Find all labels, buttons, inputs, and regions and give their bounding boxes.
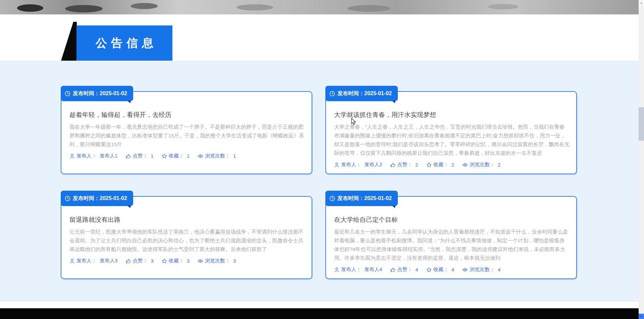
- likes-stat[interactable]: 点赞：2: [390, 162, 418, 168]
- publisher-value: 发布人2: [364, 162, 382, 168]
- user-icon: [334, 162, 339, 168]
- badge-fold: [127, 101, 130, 103]
- announcement-title[interactable]: 大学就该抓住青春，用汗水实现梦想: [334, 111, 568, 119]
- announcement-title[interactable]: 在大学给自己定个目标: [334, 215, 568, 224]
- views-value: 4: [498, 267, 500, 272]
- announcement-grid: 发布时间：2025-01-02 趁着年轻，输得起，看得开，去经历 我在大学一年级…: [61, 91, 577, 279]
- thumbs-up-icon: [390, 162, 395, 168]
- favorites-label: 收藏：: [433, 162, 448, 168]
- star-icon: [162, 153, 167, 159]
- scrollbar-down-button[interactable]: ∨: [639, 314, 644, 319]
- announcement-card[interactable]: 发布时间：2025-01-02 留退路就没有出路 公元前一世纪，凯撒大帝率领他的…: [61, 196, 312, 279]
- publish-time-badge: 发布时间：2025-01-02: [325, 191, 398, 206]
- eye-icon: [462, 267, 468, 272]
- publish-time-badge: 发布时间：2025-01-02: [325, 86, 398, 101]
- scroll-down-icon: ∨: [640, 315, 643, 318]
- publisher-label: 发布人：: [341, 162, 361, 168]
- star-icon: [162, 258, 167, 264]
- publish-time-label: 发布时间：2025-01-02: [337, 90, 392, 97]
- favorites-stat[interactable]: 收藏：4: [426, 266, 454, 273]
- likes-stat[interactable]: 点赞：4: [390, 266, 418, 273]
- views-label: 浏览次数：: [470, 266, 495, 273]
- views-stat: 浏览次数：1: [198, 153, 236, 159]
- publisher-stat: 发布人：发布人4: [334, 266, 382, 273]
- publisher-stat: 发布人：发布人3: [69, 258, 117, 264]
- views-stat: 浏览次数：2: [462, 162, 500, 168]
- likes-value: 4: [415, 267, 418, 272]
- announcement-title[interactable]: 趁着年轻，输得起，看得开，去经历: [69, 111, 304, 119]
- favorites-value: 2: [451, 162, 454, 168]
- views-stat: 浏览次数：4: [462, 266, 500, 273]
- user-icon: [334, 267, 339, 272]
- favorites-label: 收藏：: [169, 258, 184, 264]
- likes-stat[interactable]: 点赞：1: [125, 153, 153, 159]
- vertical-scrollbar[interactable]: ∧ ∨: [639, 0, 644, 319]
- views-label: 浏览次数：: [205, 153, 230, 159]
- user-icon: [69, 153, 75, 159]
- publisher-label: 发布人：: [341, 266, 361, 273]
- announcements-section: 发布时间：2025-01-02 趁着年轻，输得起，看得开，去经历 我在大学一年级…: [0, 61, 639, 302]
- announcement-body: 公元前一世纪，凯撒大帝率领他的军队抵达了英格兰，他决心要赢得这场战争，不管遇到什…: [69, 228, 305, 254]
- publish-time-badge: 发布时间：2025-01-02: [61, 86, 133, 101]
- publish-time-label: 发布时间：2025-01-02: [337, 195, 392, 202]
- favorites-stat[interactable]: 收藏：3: [162, 258, 190, 264]
- clock-icon: [329, 91, 335, 97]
- views-value: 1: [233, 153, 236, 159]
- publisher-label: 发布人：: [76, 153, 97, 159]
- badge-fold: [392, 206, 395, 208]
- badge-fold: [127, 206, 130, 208]
- announcement-title[interactable]: 留退路就没有出路: [69, 215, 304, 224]
- clock-icon: [65, 91, 70, 97]
- announcement-footer: 发布人：发布人2 点赞：2 收藏：2 浏览次数：2: [334, 162, 568, 168]
- likes-stat[interactable]: 点赞：3: [125, 258, 153, 264]
- publish-time-label: 发布时间：2025-01-02: [73, 195, 127, 202]
- publisher-value: 发布人3: [100, 258, 117, 264]
- bottom-black-bar: [0, 308, 639, 319]
- likes-value: 3: [151, 258, 153, 264]
- star-icon: [426, 267, 432, 272]
- announcement-footer: 发布人：发布人1 点赞：1 收藏：1 浏览次数：1: [69, 153, 304, 159]
- scrollbar-up-button[interactable]: ∧: [639, 0, 644, 6]
- announcement-body: 我在大学一年级那一年，毫无悬念地把自己吃成了一个胖子。不是那种巨大的胖子，而是介…: [69, 123, 305, 149]
- header-band: 公告信息: [0, 14, 639, 61]
- publisher-value: 发布人1: [100, 153, 117, 159]
- eye-icon: [462, 162, 468, 168]
- announcement-body: 大学之青春，“人生之春，人生之王，人生之华也，宝贵的时光我们理当去珍惜。然而，当…: [334, 123, 570, 157]
- announcement-card[interactable]: 发布时间：2025-01-02 大学就该抓住青春，用汗水实现梦想 大学之青春，“…: [325, 91, 577, 174]
- publisher-value: 发布人4: [364, 266, 382, 273]
- page-title: 公告信息: [92, 36, 157, 51]
- announcement-footer: 发布人：发布人3 点赞：3 收藏：3 浏览次数：3: [69, 258, 304, 264]
- user-icon: [69, 258, 75, 264]
- clock-icon: [65, 196, 70, 201]
- publish-time-badge: 发布时间：2025-01-02: [61, 191, 133, 206]
- likes-label: 点赞：: [132, 258, 148, 264]
- views-value: 2: [498, 162, 500, 168]
- announcement-card[interactable]: 发布时间：2025-01-02 趁着年轻，输得起，看得开，去经历 我在大学一年级…: [61, 91, 312, 174]
- favorites-value: 1: [187, 153, 190, 159]
- thumbs-up-icon: [390, 267, 395, 272]
- publish-time-label: 发布时间：2025-01-02: [73, 90, 127, 97]
- favorites-stat[interactable]: 收藏：2: [426, 162, 454, 168]
- eye-icon: [198, 153, 203, 159]
- publisher-stat: 发布人：发布人2: [334, 162, 382, 168]
- thumbs-up-icon: [125, 258, 131, 264]
- scrollbar-thumb[interactable]: [639, 107, 644, 141]
- favorites-label: 收藏：: [169, 153, 184, 159]
- likes-label: 点赞：: [397, 162, 412, 168]
- views-label: 浏览次数：: [470, 162, 495, 168]
- star-icon: [426, 162, 432, 168]
- announcement-footer: 发布人：发布人4 点赞：4 收藏：4 浏览次数：4: [334, 266, 568, 273]
- views-value: 3: [233, 258, 236, 264]
- likes-label: 点赞：: [397, 266, 412, 273]
- favorites-value: 3: [187, 258, 190, 264]
- publisher-label: 发布人：: [76, 258, 97, 264]
- section-header: 公告信息: [76, 25, 172, 61]
- banner-photo: [0, 0, 639, 14]
- announcement-body: 最近和几名大一的学生聊天，几名同学认为身边的人普遍都很迷茫，不知道该干什么，业余…: [334, 228, 570, 262]
- clock-icon: [329, 196, 335, 201]
- bottom-white-strip: [0, 302, 639, 308]
- favorites-stat[interactable]: 收藏：1: [162, 153, 190, 159]
- views-stat: 浏览次数：3: [198, 258, 236, 264]
- likes-label: 点赞：: [132, 153, 148, 159]
- announcement-card[interactable]: 发布时间：2025-01-02 在大学给自己定个目标 最近和几名大一的学生聊天，…: [325, 196, 577, 279]
